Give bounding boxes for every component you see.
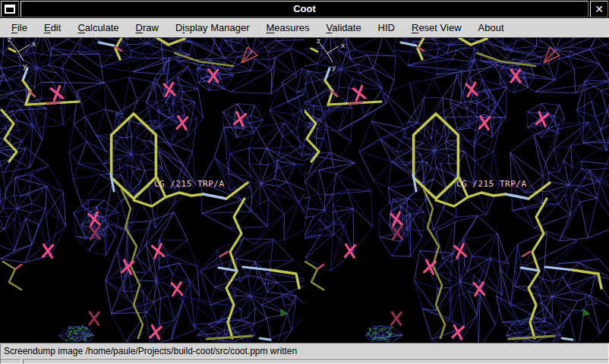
menu-item-reset-view[interactable]: Reset View <box>403 20 470 36</box>
statusbar-bottom-row <box>0 359 609 364</box>
axis-label-y: y <box>332 64 336 71</box>
statusbar-left-cell <box>0 359 21 364</box>
menu-item-file[interactable]: File <box>3 20 36 36</box>
bond-stick <box>349 102 361 104</box>
status-message: Screendump image /home/paule/Projects/bu… <box>1 346 297 356</box>
close-icon: ✕ <box>595 4 604 14</box>
menubar: FileEditCalculateDrawDisplay ManagerMeas… <box>0 18 609 38</box>
menu-item-about[interactable]: About <box>470 20 513 36</box>
atom-label: CG /215 TRP/A <box>456 179 527 189</box>
menu-item-display-manager[interactable]: Display Manager <box>167 20 258 36</box>
menu-item-edit[interactable]: Edit <box>36 20 69 36</box>
titlebar: Coot ✕ <box>0 0 609 18</box>
menu-item-validate[interactable]: Validate <box>318 20 370 36</box>
axis-label-x: x <box>341 42 346 49</box>
window-menu-button[interactable] <box>1 1 19 17</box>
menu-item-measures[interactable]: Measures <box>257 20 317 36</box>
close-button[interactable]: ✕ <box>590 1 608 17</box>
window-title: Coot <box>293 4 316 14</box>
axis-label-z: z <box>317 38 320 45</box>
bond-stick <box>260 338 270 340</box>
menu-item-calculate[interactable]: Calculate <box>69 20 127 36</box>
titlebar-drag-area[interactable]: Coot <box>21 1 588 17</box>
statusbar-right-cell <box>23 359 609 364</box>
gl-canvas[interactable]: CG /215 TRP/AzxyCG /215 TRP/Azxy <box>0 38 609 342</box>
menu-item-hid[interactable]: HID <box>370 20 403 36</box>
coot-window: Coot ✕ FileEditCalculateDrawDisplay Mana… <box>0 0 609 364</box>
axis-label-y: y <box>23 62 27 70</box>
axis-label-z: z <box>8 38 11 43</box>
atom-label: CG /215 TRP/A <box>154 179 225 189</box>
bond-stick <box>47 102 59 104</box>
statusbar: Screendump image /home/paule/Projects/bu… <box>0 343 609 359</box>
bond-stick <box>562 338 573 340</box>
menu-item-draw[interactable]: Draw <box>128 20 167 36</box>
axis-label-x: x <box>32 40 36 48</box>
window-icon <box>5 5 15 14</box>
